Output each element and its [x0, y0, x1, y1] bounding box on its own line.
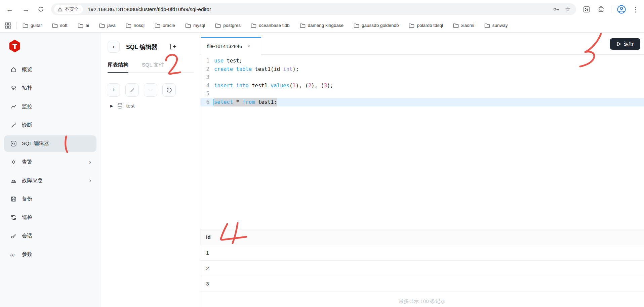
three-dots-icon: ⋮	[632, 5, 639, 13]
sidebar-item-topology[interactable]: 拓扑	[4, 80, 96, 96]
url-text[interactable]: 192.168.86.131:8080/clusters/tidb-0fd10f…	[88, 6, 553, 12]
bookmark-folder[interactable]: oracle	[155, 23, 175, 28]
sidebar-item-recycle[interactable]: 巡检	[4, 209, 96, 226]
bulb-icon	[10, 159, 17, 166]
address-bar[interactable]: 不安全 192.168.86.131:8080/clusters/tidb-0f…	[51, 3, 576, 15]
bookmark-folder[interactable]: oceanbase tidb	[251, 23, 290, 28]
sidebar-item-monitor[interactable]: 监控	[4, 98, 96, 115]
sidebar-item-session[interactable]: 会话	[4, 228, 96, 244]
panel-export-button[interactable]	[169, 43, 177, 52]
bookmark-label: mysql	[193, 23, 205, 28]
extensions-button[interactable]	[598, 6, 605, 13]
tab-sql-files[interactable]: SQL 文件	[142, 61, 164, 72]
table-row[interactable]: 1	[200, 245, 644, 261]
code-line[interactable]: 5	[200, 90, 644, 98]
code-text: select * from test1;	[214, 98, 277, 106]
bookmark-folder[interactable]: guitar	[23, 23, 42, 28]
bookmark-folder[interactable]: xiaomi	[453, 23, 474, 28]
sidebar-item-wand[interactable]: 诊断	[4, 117, 96, 133]
sidebar-item-floppy[interactable]: 备份	[4, 191, 96, 207]
sidebar-item-code[interactable]: SQL 编辑器	[4, 135, 96, 152]
bookmark-folder[interactable]: mysql	[185, 23, 205, 28]
sidebar-item-label: 拓扑	[22, 85, 32, 92]
add-button[interactable]: +	[107, 83, 120, 97]
code-line[interactable]: 6select * from test1;	[200, 98, 644, 106]
bookmark-label: sunway	[492, 23, 508, 28]
forward-button[interactable]: →	[20, 4, 32, 15]
sidebar-menu: 概览拓扑监控诊断SQL 编辑器告警›故障应急›备份巡检会话(x)参数	[0, 61, 100, 265]
structure-toolbar: + −	[107, 83, 176, 97]
code-text: insert into test1 values(1), (2), (3);	[214, 82, 333, 90]
bookmark-label: soft	[60, 23, 68, 28]
bookmark-folder[interactable]: postgres	[215, 23, 241, 28]
bookmark-folder[interactable]: soft	[52, 23, 68, 28]
translate-extension-button[interactable]	[583, 6, 590, 13]
sidebar-item-label: SQL 编辑器	[22, 140, 49, 147]
close-tab-icon[interactable]: ×	[247, 43, 250, 49]
apps-grid-icon	[5, 22, 11, 29]
code-line[interactable]: 2create table test1(id int);	[200, 65, 644, 74]
bookmark-label: polardb tdsql	[417, 23, 443, 28]
results-footer: 最多显示 100 条记录	[200, 298, 644, 305]
tree-item-test[interactable]: ▶ test	[110, 101, 134, 111]
bookmark-folder[interactable]: polardb tdsql	[409, 23, 443, 28]
apps-grid-button[interactable]	[5, 22, 11, 29]
bookmark-folder[interactable]: sunway	[484, 23, 508, 28]
code-line[interactable]: 3	[200, 73, 644, 82]
folder-icon	[300, 23, 306, 28]
security-chip[interactable]: 不安全	[54, 5, 83, 14]
refresh-button[interactable]	[162, 83, 176, 97]
sidebar-item-label: 备份	[22, 195, 32, 203]
editor-tabstrip: file-1014132846 × 运行	[200, 33, 644, 55]
panel-tabs: 库表结构 SQL 文件	[108, 61, 194, 73]
expand-triangle-icon: ▶	[110, 104, 113, 108]
folder-icon	[215, 23, 221, 28]
bookmark-label: nosql	[134, 23, 145, 28]
sidebar-item-home[interactable]: 概览	[4, 61, 96, 78]
toolbar-divider	[611, 6, 611, 13]
folder-icon	[354, 23, 359, 28]
sidebar-item-label: 概览	[22, 66, 32, 73]
bookmark-star-button[interactable]: ☆	[565, 5, 571, 13]
bookmark-folder[interactable]: java	[99, 23, 116, 28]
sql-code-editor[interactable]: 1use test;2create table test1(id int);34…	[200, 55, 644, 229]
bookmark-folder[interactable]: gaussdb goldendb	[354, 23, 399, 28]
folder-icon	[484, 23, 490, 28]
bookmark-label: dameng kingbase	[308, 23, 344, 28]
folder-icon	[126, 23, 131, 28]
cell-id: 1	[206, 250, 209, 256]
selected-text: select * from test1;	[214, 98, 277, 106]
table-row[interactable]: 2	[200, 261, 644, 276]
password-key-button[interactable]	[553, 6, 560, 13]
panel-back-button[interactable]: ‹	[108, 41, 120, 53]
refresh-icon	[166, 87, 172, 93]
edit-button[interactable]	[125, 83, 139, 97]
run-button[interactable]: 运行	[610, 38, 640, 50]
monitor-icon	[10, 103, 17, 110]
bookmark-folder[interactable]: dameng kingbase	[300, 23, 344, 28]
warning-icon	[57, 7, 63, 12]
bookmark-folder[interactable]: ai	[78, 23, 89, 28]
menu-button[interactable]: ⋮	[632, 5, 639, 13]
browser-toolbar: ← → 不安全 192.168.86.131:8080/clusters/tid…	[0, 0, 644, 18]
tab-db-structure[interactable]: 库表结构	[108, 61, 128, 73]
back-button[interactable]: ←	[4, 4, 15, 15]
home-icon	[10, 67, 17, 73]
sidebar-item-bulb[interactable]: 告警›	[4, 154, 96, 170]
code-line[interactable]: 4insert into test1 values(1), (2), (3);	[200, 82, 644, 90]
sidebar-item-params[interactable]: (x)参数	[4, 246, 96, 263]
bookmark-folder[interactable]: nosql	[126, 23, 145, 28]
puzzle-icon	[598, 6, 605, 13]
editor-tab-name: file-1014132846	[207, 44, 242, 49]
profile-avatar[interactable]	[617, 5, 626, 14]
tidb-logo[interactable]	[9, 39, 21, 54]
remove-button[interactable]: −	[144, 83, 157, 97]
star-icon: ☆	[565, 5, 571, 13]
editor-tab-file[interactable]: file-1014132846 ×	[201, 37, 261, 55]
recycle-icon	[10, 214, 17, 221]
code-line[interactable]: 1use test;	[200, 57, 644, 65]
reload-button[interactable]	[35, 4, 46, 15]
table-row[interactable]: 3	[200, 276, 644, 292]
line-number: 3	[200, 73, 214, 82]
sidebar-item-siren[interactable]: 故障应急›	[4, 172, 96, 189]
